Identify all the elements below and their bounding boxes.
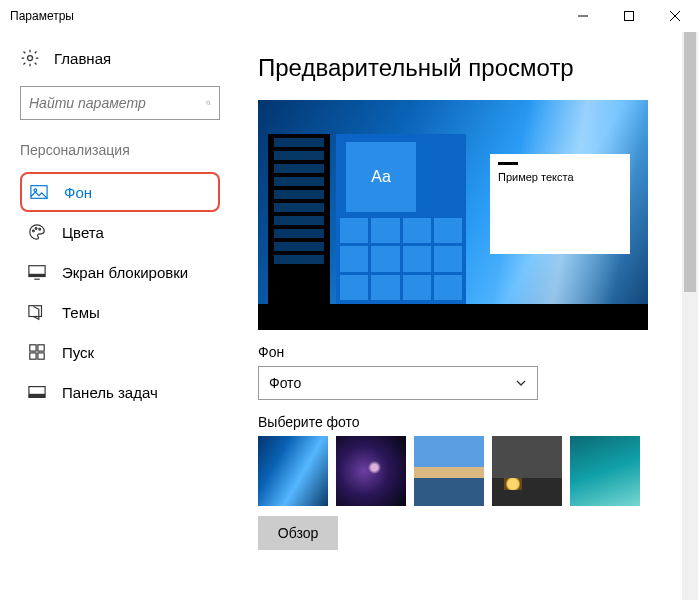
sidebar-item-taskbar[interactable]: Панель задач — [20, 372, 220, 412]
maximize-button[interactable] — [606, 0, 652, 32]
svg-rect-18 — [30, 353, 36, 359]
gear-icon — [20, 48, 40, 68]
preview-image: Aa Пример текста — [258, 100, 648, 330]
background-dropdown[interactable]: Фото — [258, 366, 538, 400]
background-label: Фон — [258, 344, 668, 360]
photo-thumbnails — [258, 436, 668, 506]
svg-point-10 — [35, 228, 37, 230]
sidebar-item-themes[interactable]: Темы — [20, 292, 220, 332]
sidebar-item-label: Панель задач — [62, 384, 158, 401]
preview-tiles: Aa — [336, 134, 466, 304]
sidebar-item-colors[interactable]: Цвета — [20, 212, 220, 252]
preview-sample-window: Пример текста — [490, 154, 630, 254]
sidebar-item-label: Фон — [64, 184, 92, 201]
sidebar-item-background[interactable]: Фон — [20, 172, 220, 212]
svg-rect-16 — [30, 345, 36, 351]
sidebar-item-label: Экран блокировки — [62, 264, 188, 281]
sidebar: Главная Персонализация Фон Цвета Экран б… — [0, 32, 240, 600]
search-icon — [206, 95, 211, 111]
minimize-button[interactable] — [560, 0, 606, 32]
sidebar-item-label: Цвета — [62, 224, 104, 241]
photo-thumb-4[interactable] — [492, 436, 562, 506]
search-box[interactable] — [20, 86, 220, 120]
themes-icon — [28, 303, 46, 321]
svg-point-8 — [34, 189, 37, 192]
home-label: Главная — [54, 50, 111, 67]
section-label: Персонализация — [20, 142, 220, 158]
svg-rect-21 — [29, 394, 45, 398]
sidebar-item-lockscreen[interactable]: Экран блокировки — [20, 252, 220, 292]
svg-point-5 — [207, 101, 210, 104]
picture-icon — [30, 183, 48, 201]
window-title: Параметры — [10, 9, 74, 23]
svg-point-4 — [28, 56, 33, 61]
search-input[interactable] — [29, 95, 206, 111]
scrollbar-thumb[interactable] — [684, 32, 696, 292]
choose-photo-label: Выберите фото — [258, 414, 668, 430]
vertical-scrollbar[interactable] — [682, 32, 698, 600]
svg-rect-17 — [38, 345, 44, 351]
photo-thumb-2[interactable] — [336, 436, 406, 506]
svg-rect-1 — [625, 12, 634, 21]
svg-point-11 — [39, 228, 41, 230]
preview-sample-text: Пример текста — [498, 171, 622, 183]
window-controls — [560, 0, 698, 32]
sidebar-item-label: Темы — [62, 304, 100, 321]
svg-point-9 — [33, 230, 35, 232]
preview-start-panel — [268, 134, 330, 304]
dropdown-value: Фото — [269, 375, 301, 391]
photo-thumb-3[interactable] — [414, 436, 484, 506]
svg-rect-13 — [29, 274, 45, 277]
palette-icon — [28, 223, 46, 241]
lockscreen-icon — [28, 263, 46, 281]
taskbar-icon — [28, 383, 46, 401]
photo-thumb-5[interactable] — [570, 436, 640, 506]
main-panel: Предварительный просмотр Aa Пример текст… — [240, 32, 698, 600]
photo-thumb-1[interactable] — [258, 436, 328, 506]
home-nav[interactable]: Главная — [20, 48, 220, 68]
chevron-down-icon — [515, 377, 527, 389]
browse-button[interactable]: Обзор — [258, 516, 338, 550]
sidebar-item-start[interactable]: Пуск — [20, 332, 220, 372]
sidebar-item-label: Пуск — [62, 344, 94, 361]
close-button[interactable] — [652, 0, 698, 32]
title-bar: Параметры — [0, 0, 698, 32]
start-icon — [28, 343, 46, 361]
page-title: Предварительный просмотр — [258, 54, 668, 82]
preview-tile-aa: Aa — [346, 142, 416, 212]
svg-rect-19 — [38, 353, 44, 359]
svg-line-6 — [209, 104, 210, 105]
